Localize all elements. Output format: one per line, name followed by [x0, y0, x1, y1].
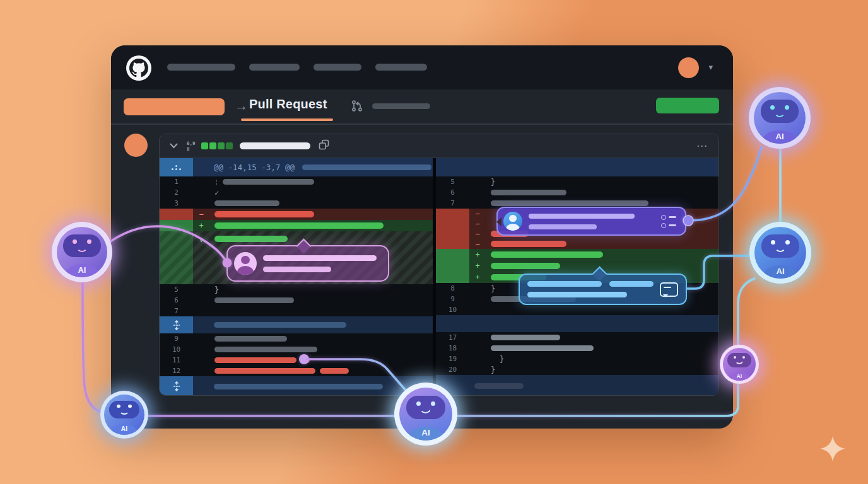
diffstat-squares: [201, 142, 233, 149]
diff-row[interactable]: 17: [436, 332, 718, 343]
ai-comment-purple-left[interactable]: [226, 245, 389, 282]
merge-button[interactable]: [656, 98, 719, 113]
addition-row[interactable]: +: [436, 249, 718, 260]
diff-row[interactable]: 12: [160, 366, 433, 376]
robot-visor: [63, 234, 101, 257]
diff-row[interactable]: 19 }: [436, 354, 718, 364]
hunk-gutter-icon[interactable]: [160, 158, 193, 176]
reviewer-avatar[interactable]: [124, 134, 148, 157]
line-number: 2: [160, 187, 193, 198]
brace-glyph: }: [491, 355, 504, 364]
robot-eye: [785, 105, 789, 110]
diff-row[interactable]: 10: [436, 304, 718, 315]
ai-badge: AI: [761, 130, 798, 144]
brace-glyph: }: [491, 284, 495, 293]
code-bar: [214, 297, 294, 303]
check-glyph: ✓: [214, 188, 219, 197]
ai-comment-blue[interactable]: [519, 274, 687, 305]
robot-face: AI: [399, 388, 452, 441]
ai-comment-indigo[interactable]: [496, 207, 686, 236]
line-number: 5: [436, 176, 469, 187]
diff-row[interactable]: 6: [436, 187, 718, 198]
minus-sign: −: [469, 219, 486, 228]
chevron-down-icon[interactable]: ▾: [708, 62, 713, 72]
hunk-header-row[interactable]: @@ -14,15 -3,7 @@: [160, 158, 433, 176]
addition-row[interactable]: +: [160, 220, 433, 231]
nav-item-placeholder[interactable]: [314, 64, 361, 71]
ai-badge: AI: [110, 424, 139, 435]
arrow-right-icon: →: [235, 98, 248, 113]
code-bar: [491, 200, 648, 206]
kebab-menu-icon[interactable]: ⋯: [696, 139, 708, 153]
code-bar: [214, 368, 315, 374]
active-tab-underline: [241, 118, 333, 121]
diff-row[interactable]: 20 }: [436, 364, 718, 375]
diff-row[interactable]: 18: [436, 343, 718, 354]
code-bar: [214, 336, 287, 342]
deletion-row[interactable]: −: [436, 239, 718, 249]
robot-ring: AI: [394, 383, 457, 446]
github-logo-icon[interactable]: [126, 55, 151, 81]
diff-row[interactable]: 7: [160, 306, 433, 316]
text-bar: [263, 255, 377, 261]
ai-bot-bottom-center[interactable]: AI: [394, 383, 457, 446]
expand-bar: [214, 322, 346, 328]
robot-eye: [87, 239, 91, 244]
diff-row[interactable]: 10: [160, 344, 433, 355]
branch-pill[interactable]: [124, 98, 225, 115]
connector-small-robot-to-middle-robot: [738, 279, 754, 345]
text-bar: [609, 281, 654, 287]
ai-bot-right-middle[interactable]: AI: [749, 222, 811, 284]
nav-item-placeholder[interactable]: [167, 64, 235, 71]
line-number: 7: [160, 306, 193, 316]
collapse-chevron-icon[interactable]: [170, 143, 178, 149]
diffstat-count: 6,98: [187, 141, 196, 152]
minus-sign: −: [469, 209, 486, 218]
brace-glyph: }: [491, 178, 495, 187]
diff-row[interactable]: 5 }: [160, 284, 433, 295]
expand-row[interactable]: [436, 315, 718, 332]
illustration-canvas: ▾ → Pull Request: [0, 0, 868, 484]
line-number: 7: [436, 198, 469, 209]
diff-row[interactable]: 5 }: [436, 176, 718, 187]
diff-row[interactable]: 1 ¦: [160, 176, 433, 187]
line-number: 10: [160, 344, 193, 355]
user-avatar[interactable]: [678, 57, 699, 78]
copy-icon[interactable]: [319, 139, 329, 153]
minus-sign: −: [469, 229, 486, 238]
file-header: 6,98 ⋯: [160, 134, 718, 158]
robot-visor: [109, 401, 139, 419]
line-number: 5: [160, 284, 193, 295]
expand-icon[interactable]: [160, 316, 193, 333]
diff-row[interactable]: 3: [160, 198, 433, 209]
expand-row[interactable]: [436, 375, 718, 396]
nav-item-placeholder[interactable]: [249, 64, 300, 71]
brace-glyph: }: [214, 285, 219, 294]
text-bar: [527, 292, 627, 297]
expand-icon[interactable]: [160, 376, 193, 396]
expand-row[interactable]: [160, 316, 433, 333]
robot-visor: [406, 396, 445, 420]
robot-smile: [774, 110, 786, 117]
line-number: 6: [436, 187, 469, 198]
ai-bot-top-right[interactable]: AI: [749, 87, 811, 149]
robot-smile: [775, 245, 787, 252]
ai-bot-left[interactable]: AI: [52, 222, 112, 282]
robot-eye: [785, 240, 790, 245]
line-number: 17: [436, 332, 469, 343]
diff-row[interactable]: 2 ✓: [160, 187, 433, 198]
expand-row[interactable]: [160, 376, 433, 396]
diff-row[interactable]: 6: [160, 295, 433, 306]
ai-bot-bottom-left[interactable]: AI: [100, 391, 148, 439]
nav-item-placeholder[interactable]: [375, 64, 427, 71]
robot-eye: [770, 105, 775, 110]
robot-ring: AI: [52, 222, 112, 282]
ai-bot-right-small[interactable]: AI: [720, 345, 759, 384]
diff-row[interactable]: 11: [160, 355, 433, 366]
addition-row[interactable]: +: [436, 260, 718, 272]
diff-row[interactable]: 9: [160, 333, 433, 344]
deletion-row[interactable]: −: [160, 209, 433, 220]
line-number: 11: [160, 355, 193, 366]
robot-eye: [734, 356, 736, 359]
cursor-glyph: ¦: [214, 178, 218, 185]
